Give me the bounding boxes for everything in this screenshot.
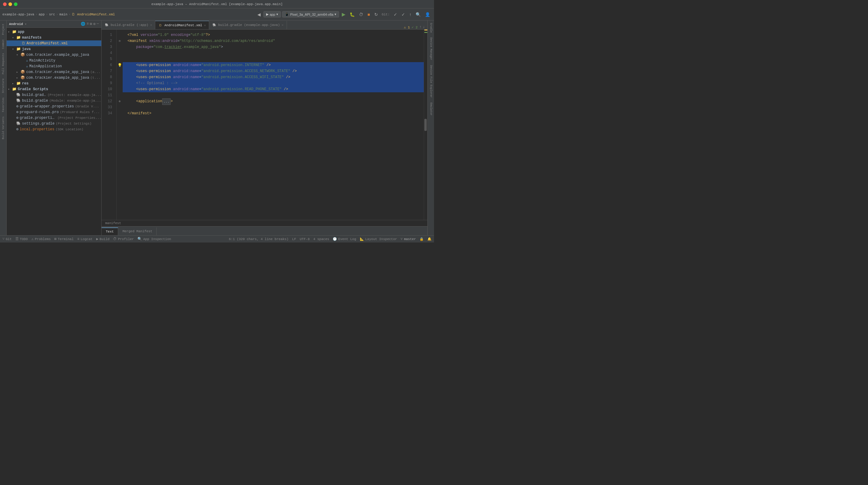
tree-item-java[interactable]: ▾ 📁 java [7, 46, 101, 52]
fold-marker-2[interactable]: ⊖ [119, 39, 121, 43]
tab-close-androidmanifest[interactable]: ✕ [204, 24, 206, 27]
fold-marker-12[interactable]: ⊕ [119, 99, 121, 103]
tree-item-res[interactable]: ▸ 📁 res [7, 81, 101, 86]
emulator-toggle[interactable]: Emulator [429, 100, 433, 118]
settings-button[interactable]: 👤 [424, 11, 432, 18]
status-terminal[interactable]: ⊞ Terminal [54, 237, 73, 241]
tab-build-gradle-java[interactable]: 🐘 build.gradle (example-app-java) ✕ [209, 21, 287, 29]
status-profiler[interactable]: ⏱ Profiler [113, 237, 134, 241]
panel-collapse-icon[interactable]: — [97, 22, 99, 26]
status-indent[interactable]: 4 spaces [313, 237, 330, 241]
build-icon: ▶ [96, 237, 98, 241]
status-lock[interactable]: 🔒 [420, 237, 424, 241]
structure-panel-toggle[interactable]: Structure [1, 77, 5, 95]
build-variants-panel-toggle[interactable]: Build Variants [1, 115, 5, 141]
breadcrumb-app[interactable]: app [38, 13, 44, 16]
tree-item-package-a[interactable]: ▸ 📦 com.trackier.example_app_java (a... [7, 69, 101, 75]
tree-item-local-properties[interactable]: ⚙ local.properties (SDK Location) [7, 126, 101, 132]
status-encoding[interactable]: UTF-8 [300, 237, 310, 241]
tree-item-package-main[interactable]: ▾ 📦 com.trackier.example_app_java [7, 52, 101, 58]
breadcrumb-src[interactable]: src [49, 13, 55, 16]
breadcrumb-main[interactable]: main [59, 13, 67, 16]
bottom-tab-text[interactable]: Text [101, 227, 118, 235]
status-event-log[interactable]: 🕐 Event Log [333, 237, 356, 241]
collapse-all-icon[interactable]: ↑ [420, 25, 422, 29]
status-notifications[interactable]: 🔔 [427, 237, 432, 241]
minimize-button[interactable] [8, 2, 12, 6]
panel-settings-icon[interactable]: ⚙ [93, 22, 96, 26]
tree-arrow-app[interactable]: ▾ [8, 30, 12, 34]
close-button[interactable] [3, 2, 7, 6]
run-button[interactable]: ▶ [340, 10, 347, 18]
java-file-icon: ☕ [26, 58, 28, 63]
profile-button[interactable]: ⏱ [358, 11, 365, 18]
tree-item-gradle-scripts[interactable]: ▾ 📁 Gradle Scripts [7, 86, 101, 92]
favorites-panel-toggle[interactable]: Favorites [1, 95, 5, 114]
tab-close-build-gradle-app[interactable]: ✕ [150, 23, 152, 27]
tree-arrow-package-a[interactable]: ▸ [16, 70, 21, 74]
panel-expand-icon[interactable]: ⊞ [90, 22, 92, 26]
tree-item-build-gradle-module[interactable]: 🐘 build.gradle (Module: example-app-ja..… [7, 98, 101, 104]
vcs-commit-button[interactable]: ✓ [400, 11, 407, 18]
status-todo[interactable]: ☰ TODO [16, 237, 28, 241]
pull-requests-panel-toggle[interactable]: Pull Requests [1, 51, 5, 76]
breadcrumb-file[interactable]: 🗋 AndroidManifest.xml [72, 12, 115, 16]
tab-close-build-gradle-java[interactable]: ✕ [282, 23, 284, 27]
expand-all-icon[interactable]: ↓ [423, 25, 425, 29]
tree-arrow-res[interactable]: ▸ [12, 82, 16, 85]
code-editor[interactable]: <?xml version="1.0" encoding="utf-8"?> <… [123, 30, 424, 220]
device-selector-button[interactable]: 📱 Pixel_3a_API_32_arm64-v8a ▾ [282, 11, 339, 18]
search-everywhere-button[interactable]: 🔍 [414, 11, 422, 18]
android-dropdown-arrow[interactable]: ▾ [25, 22, 27, 26]
status-app-inspection[interactable]: 🔍 App Inspection [137, 237, 171, 241]
tree-label-package-t: com.trackier.example_app_java [26, 76, 89, 80]
status-problems[interactable]: ⚠ Problems [31, 237, 51, 241]
back-button[interactable]: ◀ [256, 11, 262, 18]
tree-item-manifests[interactable]: ▾ 📁 manifests [7, 35, 101, 40]
tree-item-mainactivity[interactable]: ☕ MainActivity [7, 58, 101, 63]
panel-sort-icon[interactable]: ≡ [87, 22, 89, 26]
device-manager-toggle[interactable]: Device Manager [429, 35, 433, 63]
tree-item-package-t[interactable]: ▸ 📦 com.trackier.example_app_java (t... [7, 75, 101, 81]
sync-button[interactable]: ↻ [373, 11, 379, 18]
debug-button[interactable]: 🐛 [348, 11, 356, 18]
vcs-push-button[interactable]: ↑ [408, 11, 413, 18]
breadcrumb-project[interactable]: example-app-java [2, 13, 34, 16]
panel-scope-icon[interactable]: 🌐 [81, 22, 85, 26]
tree-arrow-gradle-scripts[interactable]: ▾ [8, 87, 12, 91]
bottom-tab-merged-manifest[interactable]: Merged Manifest [118, 227, 157, 235]
tree-item-settings-gradle[interactable]: 🐘 settings.gradle (Project Settings) [7, 121, 101, 126]
gradle-panel-toggle[interactable]: Gradle [429, 21, 433, 35]
tab-androidmanifest[interactable]: 🗋 AndroidManifest.xml ✕ [155, 21, 209, 29]
tab-build-gradle-app[interactable]: 🐘 build.gradle (:app) ✕ [101, 21, 155, 29]
status-layout-inspector[interactable]: 📐 Layout Inspector [360, 237, 397, 241]
status-logcat[interactable]: ≡ Logcat [77, 237, 93, 241]
tree-arrow-manifests[interactable]: ▾ [12, 36, 16, 39]
tree-item-mainapplication[interactable]: ☕ MainApplication [7, 63, 101, 69]
status-git[interactable]: ⑂ Git [2, 237, 12, 241]
hint-marker-6[interactable]: 💡 [118, 63, 122, 67]
scrollbar-thumb[interactable] [424, 119, 427, 131]
window-controls[interactable] [3, 2, 18, 6]
tree-item-proguard[interactable]: ⚙ proguard-rules.pro (ProGuard Rules f..… [7, 109, 101, 115]
commit-panel-toggle[interactable]: Commit [1, 37, 5, 51]
status-cursor-pos[interactable]: 6:1 (320 chars, 4 line breaks) [229, 237, 288, 241]
tree-arrow-package-main[interactable]: ▾ [16, 53, 21, 57]
stop-button[interactable]: ■ [366, 11, 371, 18]
maximize-button[interactable] [14, 2, 18, 6]
status-branch[interactable]: ⑂ master [401, 237, 416, 241]
project-panel-toggle[interactable]: Project [1, 22, 5, 37]
tree-item-gradle-wrapper[interactable]: ⚙ gradle-wrapper.properties (Gradle V... [7, 104, 101, 109]
status-line-ending[interactable]: LF [292, 237, 296, 241]
tree-item-build-gradle-project[interactable]: 🐘 build.gradle (Project: example-app-ja.… [7, 92, 101, 98]
folded-code-indicator[interactable]: ... [162, 98, 170, 105]
tree-item-gradle-properties[interactable]: ⚙ gradle.properties (Project Properties.… [7, 115, 101, 121]
vcs-update-button[interactable]: ✓ [392, 11, 399, 18]
tree-arrow-java[interactable]: ▾ [12, 47, 16, 51]
tree-item-app[interactable]: ▾ 📁 app [7, 29, 101, 35]
tree-item-androidmanifest[interactable]: 🗋 AndroidManifest.xml [7, 40, 101, 46]
build-config-button[interactable]: ▶ app ▾ [264, 11, 281, 18]
tree-arrow-package-t[interactable]: ▸ [16, 76, 21, 80]
status-build[interactable]: ▶ Build [96, 237, 110, 241]
device-file-explorer-toggle[interactable]: Device File Explorer [429, 63, 433, 100]
